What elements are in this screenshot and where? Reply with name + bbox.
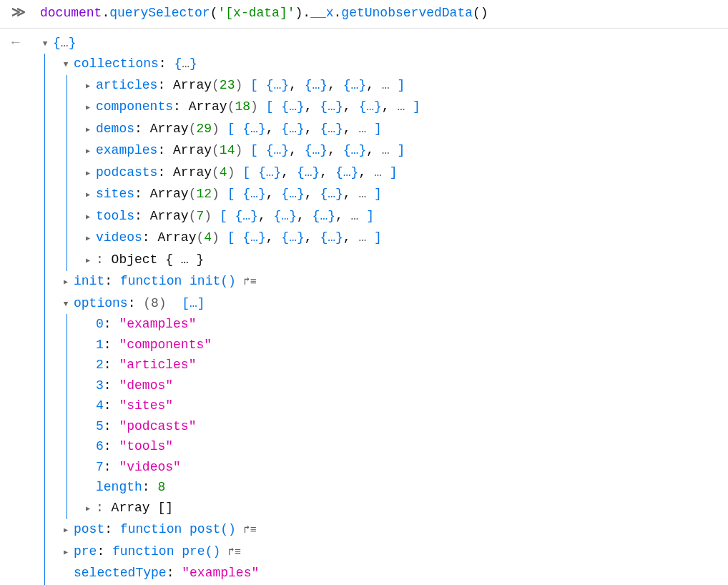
option-index: 2: [96, 358, 104, 372]
collection-count: 12: [196, 187, 212, 201]
token-string: '[x-data]': [217, 6, 295, 20]
option-value: "videos": [119, 460, 180, 474]
console-output-row: ← {…} collections: {…} articles: Array(2…: [0, 29, 728, 586]
tree-node-option-item[interactable]: 1: "components": [83, 335, 420, 355]
key-options: options: [74, 296, 128, 310]
tree-node-collection-item[interactable]: articles: Array(23) [ {…}, {…}, {…}, … ]: [83, 75, 420, 97]
option-value: "articles": [119, 358, 196, 372]
console-input-row: ≫ document.querySelector('[x-data]').__x…: [0, 0, 728, 29]
token-method: getUnobservedData: [341, 6, 473, 20]
collection-key: videos: [96, 230, 142, 245]
collection-key: articles: [96, 78, 157, 92]
collection-count: 4: [204, 230, 212, 245]
tree-node-option-item[interactable]: 5: "podcasts": [83, 416, 420, 437]
collections-children: articles: Array(23) [ {…}, {…}, {…}, … ]…: [67, 75, 420, 272]
twisty-right-icon[interactable]: [61, 272, 71, 293]
twisty-right-icon[interactable]: [83, 185, 93, 206]
token-document: document: [40, 6, 102, 20]
token-method: querySelector: [109, 6, 210, 20]
option-index: 6: [96, 439, 104, 453]
root-children: collections: {…} articles: Array(23) [ {…: [44, 54, 420, 585]
jump-to-definition-icon[interactable]: ↱≡: [228, 546, 241, 559]
collection-count: 18: [235, 99, 250, 114]
object-tree-root: {…} collections: {…} articles: Array(23)…: [40, 33, 420, 586]
input-prompt-icon: ≫: [11, 3, 24, 24]
tree-node-collection-item[interactable]: videos: Array(4) [ {…}, {…}, {…}, … ]: [83, 227, 420, 250]
option-value: "tools": [119, 439, 173, 453]
twisty-right-icon[interactable]: [83, 207, 93, 228]
twisty-down-icon[interactable]: [61, 54, 71, 75]
collection-count: 4: [220, 165, 227, 180]
tree-node-options[interactable]: options: (8) […]: [61, 293, 420, 315]
twisty-right-icon[interactable]: [83, 498, 93, 520]
console-input-expression[interactable]: document.querySelector('[x-data]').__x.g…: [40, 3, 488, 24]
option-value: "sites": [119, 398, 173, 413]
key-init: init: [74, 274, 104, 288]
twisty-right-icon[interactable]: [61, 542, 71, 564]
twisty-right-icon[interactable]: [83, 163, 93, 185]
tree-node-collection-item[interactable]: tools: Array(7) [ {…}, {…}, {…}, … ]: [83, 206, 420, 228]
option-value: "demos": [119, 378, 173, 393]
twisty-down-icon[interactable]: [61, 294, 71, 315]
tree-node-pre[interactable]: pre: function pre() ↱≡: [61, 541, 420, 564]
length-value: 8: [157, 480, 165, 494]
tree-node-options-length[interactable]: length: 8: [83, 477, 420, 498]
option-value: "podcasts": [119, 419, 196, 433]
tree-node-option-item[interactable]: 3: "demos": [83, 375, 420, 396]
output-gutter: ←: [0, 33, 40, 54]
tree-node-option-item[interactable]: 2: "articles": [83, 355, 420, 375]
option-index: 0: [96, 317, 104, 331]
tree-node-options-prototype[interactable]: : Array []: [83, 498, 420, 520]
option-index: 3: [96, 378, 104, 393]
collection-key: components: [96, 99, 173, 114]
tree-node-selectedtype[interactable]: selectedType: "examples": [61, 563, 420, 584]
tree-node-option-item[interactable]: 7: "videos": [83, 457, 420, 478]
twisty-right-icon[interactable]: [83, 250, 93, 272]
jump-to-definition-icon[interactable]: ↱≡: [244, 524, 257, 536]
tree-node-option-item[interactable]: 4: "sites": [83, 395, 420, 416]
collection-key: examples: [96, 143, 157, 157]
value-selectedtype: "examples": [182, 566, 259, 580]
collection-count: 7: [196, 209, 204, 223]
option-index: 5: [96, 419, 104, 433]
collection-count: 14: [220, 143, 235, 157]
collection-count: 29: [196, 122, 212, 136]
collection-key: sites: [96, 187, 134, 201]
jump-to-definition-icon[interactable]: ↱≡: [244, 276, 257, 288]
tree-node-collection-item[interactable]: sites: Array(12) [ {…}, {…}, {…}, … ]: [83, 184, 420, 206]
tree-node-collection-item[interactable]: demos: Array(29) [ {…}, {…}, {…}, … ]: [83, 119, 420, 141]
tree-node-init[interactable]: init: function init() ↱≡: [61, 271, 420, 293]
tree-node-collection-item[interactable]: examples: Array(14) [ {…}, {…}, {…}, … ]: [83, 140, 420, 162]
collection-key: podcasts: [96, 165, 157, 180]
twisty-right-icon[interactable]: [83, 76, 93, 97]
twisty-right-icon[interactable]: [83, 141, 93, 162]
output-return-icon: ←: [11, 33, 19, 54]
twisty-down-icon[interactable]: [40, 34, 50, 54]
twisty-right-icon[interactable]: [61, 520, 71, 541]
key-pre: pre: [74, 544, 97, 559]
length-key: length: [96, 480, 142, 494]
tree-node-post[interactable]: post: function post() ↱≡: [61, 519, 420, 541]
tree-node-collections-prototype[interactable]: : Object { … }: [83, 250, 420, 272]
tree-node-option-item[interactable]: 6: "tools": [83, 436, 420, 457]
twisty-right-icon[interactable]: [83, 228, 93, 250]
options-children: 0: "examples"1: "components"2: "articles…: [67, 314, 420, 519]
collection-count: 23: [220, 78, 235, 92]
key-selectedtype: selectedType: [74, 566, 167, 580]
tree-node-collections[interactable]: collections: {…}: [61, 54, 420, 75]
prototype-value: Object { … }: [112, 252, 205, 267]
twisty-right-icon[interactable]: [83, 119, 93, 141]
option-index: 4: [96, 398, 104, 413]
tree-node-collection-item[interactable]: podcasts: Array(4) [ {…}, {…}, {…}, … ]: [83, 162, 420, 185]
token-property: __x: [310, 6, 333, 20]
key-post: post: [74, 522, 104, 536]
option-index: 1: [96, 338, 104, 352]
collection-key: tools: [96, 209, 134, 223]
option-value: "examples": [119, 317, 196, 331]
tree-node-root[interactable]: {…}: [40, 33, 420, 54]
tree-node-collection-item[interactable]: components: Array(18) [ {…}, {…}, {…}, ……: [83, 97, 420, 119]
twisty-right-icon[interactable]: [83, 97, 93, 119]
prototype-value: Array []: [112, 501, 173, 515]
input-prompt-gutter: ≫: [0, 3, 40, 24]
tree-node-option-item[interactable]: 0: "examples": [83, 314, 420, 335]
